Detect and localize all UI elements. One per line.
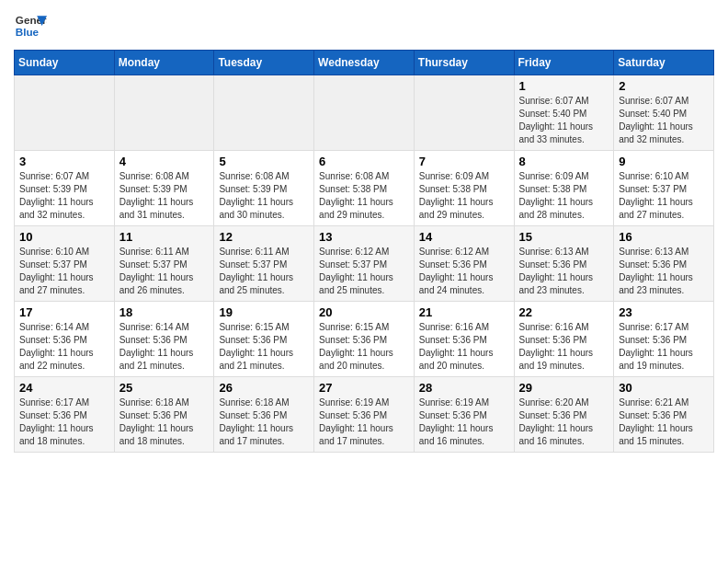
calendar-cell: 5Sunrise: 6:08 AM Sunset: 5:39 PM Daylig… [214,151,314,226]
day-number: 21 [419,305,509,319]
day-number: 7 [419,155,509,168]
day-number: 20 [319,305,409,319]
calendar-cell: 22Sunrise: 6:16 AM Sunset: 5:36 PM Dayli… [514,302,614,377]
calendar-cell: 17Sunrise: 6:14 AM Sunset: 5:36 PM Dayli… [15,302,115,377]
weekday-header: Saturday [614,51,714,75]
calendar-cell: 11Sunrise: 6:11 AM Sunset: 5:37 PM Dayli… [114,226,214,302]
day-number: 12 [219,230,309,244]
day-info: Sunrise: 6:09 AM Sunset: 5:38 PM Dayligh… [519,170,609,222]
calendar-table: SundayMondayTuesdayWednesdayThursdayFrid… [14,50,714,453]
calendar-cell: 8Sunrise: 6:09 AM Sunset: 5:38 PM Daylig… [514,151,614,226]
weekday-header: Wednesday [314,51,415,75]
day-info: Sunrise: 6:17 AM Sunset: 5:36 PM Dayligh… [19,396,109,448]
calendar-cell [114,75,214,151]
weekday-header: Friday [514,51,614,75]
day-info: Sunrise: 6:18 AM Sunset: 5:36 PM Dayligh… [119,396,210,448]
calendar-cell [15,75,115,151]
calendar-cell: 6Sunrise: 6:08 AM Sunset: 5:38 PM Daylig… [314,151,415,226]
calendar-week-row: 24Sunrise: 6:17 AM Sunset: 5:36 PM Dayli… [15,377,714,453]
day-number: 9 [619,155,709,168]
day-info: Sunrise: 6:17 AM Sunset: 5:36 PM Dayligh… [619,321,709,373]
day-info: Sunrise: 6:13 AM Sunset: 5:36 PM Dayligh… [519,246,609,297]
day-number: 1 [519,79,609,93]
day-info: Sunrise: 6:10 AM Sunset: 5:37 PM Dayligh… [19,246,109,297]
calendar-cell: 29Sunrise: 6:20 AM Sunset: 5:36 PM Dayli… [514,377,614,453]
calendar-cell: 3Sunrise: 6:07 AM Sunset: 5:39 PM Daylig… [15,151,115,226]
day-info: Sunrise: 6:08 AM Sunset: 5:38 PM Dayligh… [319,170,409,222]
calendar-week-row: 17Sunrise: 6:14 AM Sunset: 5:36 PM Dayli… [15,302,714,377]
calendar-cell: 12Sunrise: 6:11 AM Sunset: 5:37 PM Dayli… [214,226,314,302]
day-info: Sunrise: 6:19 AM Sunset: 5:36 PM Dayligh… [419,396,509,448]
day-number: 26 [219,381,309,395]
calendar-cell: 18Sunrise: 6:14 AM Sunset: 5:36 PM Dayli… [114,302,214,377]
day-number: 13 [319,230,409,244]
svg-text:Blue: Blue [16,26,40,38]
day-number: 8 [519,155,609,168]
calendar-cell: 16Sunrise: 6:13 AM Sunset: 5:36 PM Dayli… [614,226,714,302]
day-info: Sunrise: 6:14 AM Sunset: 5:36 PM Dayligh… [19,321,109,373]
day-number: 17 [19,305,109,319]
calendar-cell [214,75,314,151]
calendar-cell: 1Sunrise: 6:07 AM Sunset: 5:40 PM Daylig… [514,75,614,151]
day-info: Sunrise: 6:16 AM Sunset: 5:36 PM Dayligh… [419,321,509,373]
day-number: 14 [419,230,509,244]
calendar-cell: 26Sunrise: 6:18 AM Sunset: 5:36 PM Dayli… [214,377,314,453]
day-info: Sunrise: 6:13 AM Sunset: 5:36 PM Dayligh… [619,246,709,297]
day-info: Sunrise: 6:07 AM Sunset: 5:40 PM Dayligh… [619,95,709,146]
day-number: 30 [619,381,709,395]
day-number: 15 [519,230,609,244]
day-number: 23 [619,305,709,319]
day-number: 25 [119,381,210,395]
day-number: 28 [419,381,509,395]
day-info: Sunrise: 6:12 AM Sunset: 5:36 PM Dayligh… [419,246,509,297]
day-info: Sunrise: 6:07 AM Sunset: 5:39 PM Dayligh… [19,170,109,222]
logo: General Blue [14,9,47,42]
day-number: 24 [19,381,109,395]
day-info: Sunrise: 6:09 AM Sunset: 5:38 PM Dayligh… [419,170,509,222]
calendar-cell: 25Sunrise: 6:18 AM Sunset: 5:36 PM Dayli… [114,377,214,453]
day-number: 18 [119,305,210,319]
calendar-cell: 19Sunrise: 6:15 AM Sunset: 5:36 PM Dayli… [214,302,314,377]
weekday-header: Tuesday [214,51,314,75]
calendar-cell: 20Sunrise: 6:15 AM Sunset: 5:36 PM Dayli… [314,302,415,377]
page-header: General Blue [14,9,714,42]
day-number: 29 [519,381,609,395]
calendar-cell [314,75,415,151]
day-info: Sunrise: 6:12 AM Sunset: 5:37 PM Dayligh… [319,246,409,297]
day-number: 3 [19,155,109,168]
calendar-cell: 23Sunrise: 6:17 AM Sunset: 5:36 PM Dayli… [614,302,714,377]
day-info: Sunrise: 6:16 AM Sunset: 5:36 PM Dayligh… [519,321,609,373]
calendar-cell [414,75,514,151]
day-number: 11 [119,230,210,244]
calendar-cell: 28Sunrise: 6:19 AM Sunset: 5:36 PM Dayli… [414,377,514,453]
calendar-cell: 13Sunrise: 6:12 AM Sunset: 5:37 PM Dayli… [314,226,415,302]
day-number: 5 [219,155,309,168]
day-info: Sunrise: 6:15 AM Sunset: 5:36 PM Dayligh… [219,321,309,373]
calendar-cell: 7Sunrise: 6:09 AM Sunset: 5:38 PM Daylig… [414,151,514,226]
calendar-week-row: 3Sunrise: 6:07 AM Sunset: 5:39 PM Daylig… [15,151,714,226]
calendar-cell: 24Sunrise: 6:17 AM Sunset: 5:36 PM Dayli… [15,377,115,453]
calendar-week-row: 10Sunrise: 6:10 AM Sunset: 5:37 PM Dayli… [15,226,714,302]
day-info: Sunrise: 6:11 AM Sunset: 5:37 PM Dayligh… [119,246,210,297]
day-info: Sunrise: 6:08 AM Sunset: 5:39 PM Dayligh… [219,170,309,222]
day-number: 27 [319,381,409,395]
day-number: 16 [619,230,709,244]
calendar-week-row: 1Sunrise: 6:07 AM Sunset: 5:40 PM Daylig… [15,75,714,151]
day-info: Sunrise: 6:08 AM Sunset: 5:39 PM Dayligh… [119,170,210,222]
day-info: Sunrise: 6:20 AM Sunset: 5:36 PM Dayligh… [519,396,609,448]
weekday-header: Sunday [15,51,115,75]
calendar-cell: 9Sunrise: 6:10 AM Sunset: 5:37 PM Daylig… [614,151,714,226]
day-info: Sunrise: 6:15 AM Sunset: 5:36 PM Dayligh… [319,321,409,373]
day-info: Sunrise: 6:11 AM Sunset: 5:37 PM Dayligh… [219,246,309,297]
day-info: Sunrise: 6:21 AM Sunset: 5:36 PM Dayligh… [619,396,709,448]
day-info: Sunrise: 6:14 AM Sunset: 5:36 PM Dayligh… [119,321,210,373]
weekday-header: Thursday [414,51,514,75]
weekday-header-row: SundayMondayTuesdayWednesdayThursdayFrid… [15,51,714,75]
logo-icon: General Blue [14,9,47,42]
day-info: Sunrise: 6:07 AM Sunset: 5:40 PM Dayligh… [519,95,609,146]
calendar-cell: 27Sunrise: 6:19 AM Sunset: 5:36 PM Dayli… [314,377,415,453]
calendar-cell: 30Sunrise: 6:21 AM Sunset: 5:36 PM Dayli… [614,377,714,453]
day-number: 4 [119,155,210,168]
calendar-cell: 15Sunrise: 6:13 AM Sunset: 5:36 PM Dayli… [514,226,614,302]
day-info: Sunrise: 6:19 AM Sunset: 5:36 PM Dayligh… [319,396,409,448]
